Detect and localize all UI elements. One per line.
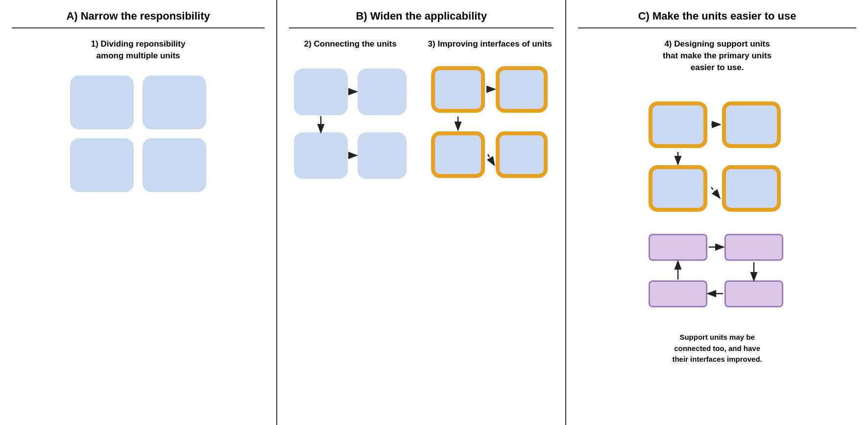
sub3-title: 3) Improving interfaces of units [428, 38, 552, 50]
sub2-section: 2) Connecting the units [289, 38, 411, 186]
blue-box-a3 [70, 138, 134, 192]
box-b3-br [496, 131, 548, 178]
section-a: A) Narrow the responsibility 1) Dividing… [0, 0, 277, 425]
sub4-title: 4) Designing support units that make the… [663, 38, 772, 73]
diagram-c-support [644, 229, 791, 317]
box-b2-br [358, 132, 407, 179]
svg-line-5 [488, 154, 494, 164]
box-b3-bl [431, 131, 485, 178]
section-b-title: B) Widen the applicability [289, 10, 554, 28]
support-note: Support units may be connected too, and … [672, 332, 762, 365]
box-c-tl [649, 101, 707, 148]
blue-box-a2 [143, 75, 206, 129]
box-b3-tl [431, 66, 485, 113]
section-b: B) Widen the applicability 2) Connecting… [277, 0, 566, 425]
box-b2-tl [294, 69, 348, 115]
blue-box-a1 [70, 75, 134, 129]
section-b-inner: 2) Connecting the units [289, 38, 554, 186]
box-c-tr [722, 101, 781, 148]
grid-a [70, 75, 206, 192]
sub3-section: 3) Improving interfaces of units [426, 38, 554, 186]
sub2-title: 2) Connecting the units [304, 38, 397, 50]
sub1-title: 1) Dividing reponsibility among multiple… [91, 38, 186, 62]
box-c-br [722, 165, 781, 212]
blue-box-a4 [143, 138, 206, 192]
box-b2-tr [358, 69, 407, 115]
box-b3-tr [496, 66, 548, 113]
box-b2-bl [294, 132, 348, 179]
section-a-title: A) Narrow the responsibility [12, 10, 265, 28]
svg-line-8 [711, 187, 719, 197]
diagram-b2 [289, 59, 411, 186]
arrows-c-support [644, 229, 791, 317]
section-c-title: C) Make the units easier to use [578, 10, 856, 28]
section-c: C) Make the units easier to use 4) Desig… [566, 0, 868, 425]
diagram-b3 [426, 59, 554, 186]
diagram-c-primary [644, 97, 791, 214]
box-c-bl [649, 165, 707, 212]
section-c-content: 4) Designing support units that make the… [578, 38, 856, 365]
